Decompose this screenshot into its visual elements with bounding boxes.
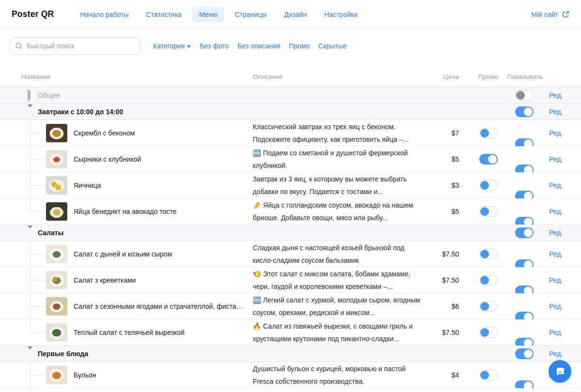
promo-toggle[interactable] (479, 154, 498, 165)
edit-link[interactable]: Ред. (549, 155, 563, 163)
category-show-toggle[interactable] (515, 348, 534, 359)
edit-link[interactable]: Ред. (549, 208, 563, 215)
tab-menu[interactable]: Меню (192, 7, 224, 22)
toggle-knob (524, 349, 533, 358)
promo-toggle[interactable] (479, 301, 498, 312)
edit-link[interactable]: Ред. (549, 329, 563, 336)
promo-toggle[interactable] (479, 327, 498, 338)
berry-stracciatella-salad-photo (46, 297, 67, 316)
category-filter-dropdown[interactable]: Категория (153, 42, 191, 50)
category-name: Завтраки с 10:00 до 14:00 (38, 108, 123, 116)
column-header-promo: Промо (478, 73, 499, 80)
tab-design[interactable]: Дизайн (277, 7, 314, 22)
edit-link[interactable]: Ред. (549, 302, 563, 310)
eggs-benedict-avocado-toast-photo (46, 202, 67, 221)
edit-link[interactable]: Ред. (549, 350, 563, 358)
tree-connector-line (30, 254, 46, 255)
search-input[interactable] (27, 42, 135, 50)
external-link-icon (562, 11, 569, 18)
toggle-knob (524, 107, 533, 116)
tree-connector-line (30, 198, 31, 211)
tab-pages[interactable]: Страницы (228, 7, 274, 22)
tree-connector-line (30, 375, 46, 376)
promo-toggle[interactable] (479, 275, 498, 286)
chat-button[interactable] (549, 360, 571, 383)
caret-down-icon (28, 226, 32, 237)
item-name: Салат з креветками (74, 276, 136, 284)
tree-connector-line (30, 319, 31, 332)
filter-promo[interactable]: Промо (289, 42, 310, 50)
category-caret-icon[interactable] (28, 91, 31, 100)
tab-settings[interactable]: Настройки (318, 7, 365, 22)
search-input-wrapper[interactable] (10, 37, 140, 55)
column-header-price: Цена (443, 73, 459, 80)
category-show-toggle[interactable] (515, 106, 534, 117)
edit-link[interactable]: Ред. (549, 108, 563, 116)
edit-link[interactable]: Ред. (549, 129, 563, 137)
scrambled-eggs-with-bacon-photo (46, 124, 67, 142)
app: Poster QR Начало работыСтатистикаМенюСтр… (0, 0, 581, 392)
bouillon-photo (46, 366, 67, 384)
tree-connector-line (30, 280, 46, 281)
promo-toggle[interactable] (479, 206, 498, 217)
filter-no-description[interactable]: Без описания (237, 42, 280, 50)
category-name: Первые блюда (38, 350, 88, 358)
tab-getting-started[interactable]: Начало работы (73, 7, 135, 22)
item-price: $4 (451, 371, 459, 379)
edit-link[interactable]: Ред. (549, 250, 563, 258)
menu-item-row: Теплый салат с телячьей вырезкой🔥 Салат … (0, 319, 581, 346)
edit-link[interactable]: Ред. (549, 91, 563, 99)
toggle-knob (480, 129, 489, 137)
edit-link[interactable]: Ред. (549, 276, 563, 284)
item-name: Бульон (74, 371, 96, 379)
promo-toggle[interactable] (479, 370, 498, 380)
partial-next-row (0, 388, 581, 392)
category-show-toggle[interactable] (515, 227, 534, 238)
edit-link[interactable]: Ред. (549, 181, 563, 189)
item-name: Салат с дыней и козьим сыром (74, 250, 172, 258)
item-name: Теплый салат с телячьей вырезкой (74, 329, 184, 336)
category-show-toggle[interactable] (515, 90, 534, 101)
melon-goat-cheese-salad-photo (46, 245, 67, 263)
category-caret-icon[interactable] (28, 228, 32, 237)
menu-item-row: БульонДушистый бульон с курицей, морковь… (0, 362, 581, 388)
toggle-knob (480, 181, 489, 190)
category-row: Первые блюдаРед. (0, 346, 581, 362)
caret-down-icon (28, 347, 32, 358)
promo-toggle[interactable] (479, 128, 498, 138)
item-price: $6 (451, 302, 459, 310)
filter-bar: Категория Без фотоБез описанияПромоСкрыт… (0, 29, 581, 63)
caret-right-icon (28, 89, 31, 102)
promo-toggle[interactable] (479, 180, 498, 191)
category-caret-icon[interactable] (28, 107, 32, 116)
tree-connector-line (30, 185, 46, 186)
dropdown-caret-icon (187, 45, 191, 48)
item-description: 🆕 Подаем со сметаной и душистой фермерск… (253, 147, 423, 172)
tree-connector-line (30, 211, 46, 212)
category-caret-icon[interactable] (28, 349, 32, 358)
my-site-link[interactable]: Мій сайт (531, 11, 569, 18)
item-description: 🆕 Легкий салат с хурмой, молодым сыром, … (253, 294, 423, 319)
column-header-show: Показывать (507, 73, 543, 80)
menu-item-row: Салат з креветками🍤 Этот салат с миксом … (0, 267, 581, 293)
edit-link[interactable]: Ред. (549, 229, 563, 237)
item-name: Сырники с клубникой (74, 155, 141, 163)
tree-connector-line (30, 159, 46, 160)
item-price: $7.50 (442, 329, 459, 336)
filter-no-photo[interactable]: Без фото (199, 42, 229, 50)
item-description: 🔥 Салат из говяжьей вырезки, с овощами г… (253, 320, 423, 345)
filter-hidden[interactable]: Скрытые (319, 42, 347, 50)
menu-table-rows: ОбщееРед.Завтраки с 10:00 до 14:00Ред.Ск… (0, 87, 581, 392)
tree-connector-line (30, 332, 46, 333)
promo-toggle[interactable] (479, 249, 498, 259)
tab-statistics[interactable]: Статистика (139, 7, 189, 22)
item-price: $7 (451, 129, 459, 137)
column-header-description: Описание (253, 73, 283, 80)
menu-item-row: Салат с дыней и козьим сыромСладкая дыня… (0, 241, 581, 267)
toggle-knob (480, 276, 489, 285)
tree-connector-line (30, 133, 46, 134)
tree-connector-line (30, 306, 46, 307)
item-price: $5 (451, 208, 459, 215)
item-description: 🤌 Яйца с голландским соусом, авокадо на … (253, 199, 423, 224)
item-name: Скрембл с беконом (74, 129, 135, 137)
